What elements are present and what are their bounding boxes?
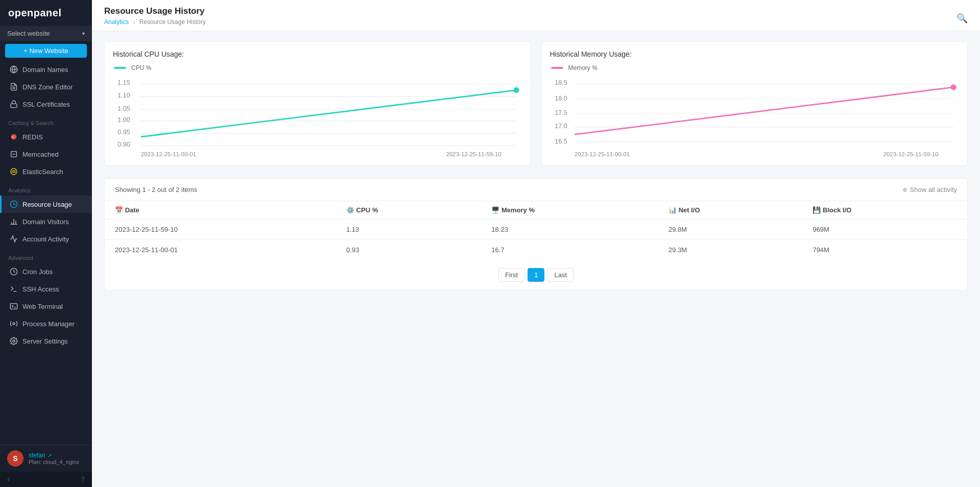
page-title: Resource Usage History [104,6,206,18]
sidebar-item-process-manager[interactable]: Process Manager [0,315,92,332]
main-content: Resource Usage History Analytics › Resou… [92,0,980,487]
show-all-activity-button[interactable]: Show all activity [903,186,957,193]
svg-point-21 [13,323,15,325]
svg-text:0.90: 0.90 [117,141,130,148]
sidebar-item-label: Cron Jobs [22,268,53,276]
sidebar-item-label: Resource Usage [22,201,72,208]
sidebar-item-web-terminal[interactable]: Web Terminal [0,298,92,315]
sidebar-item-domain-visitors[interactable]: Domain Visitors [0,213,92,230]
new-website-button[interactable]: + New Website [5,44,87,58]
username[interactable]: stefan ↗ [29,452,79,459]
breadcrumb-analytics-link[interactable]: Analytics [104,18,129,26]
sidebar-item-label: SSH Access [22,285,59,293]
file-text-icon [10,83,18,91]
svg-point-36 [513,87,519,93]
col-net-io: 📊 Net I/O [658,201,802,220]
table-header-row: 📅 Date ⚙️ CPU % 🖥️ Memory % 📊 [105,201,967,220]
search-icon[interactable]: 🔍 [957,13,968,24]
memory-legend-color [550,65,564,71]
sidebar-item-account-activity[interactable]: Account Activity [0,230,92,248]
sidebar-item-dns-zone-editor[interactable]: DNS Zone Editor [0,78,92,95]
pagination-page-1-button[interactable]: 1 [528,268,544,282]
memory-legend-label: Memory % [568,64,597,71]
calendar-icon: 📅 [115,206,125,214]
cpu-legend-color [113,65,127,71]
topbar: Resource Usage History Analytics › Resou… [92,0,980,31]
sidebar-item-ssh-access[interactable]: SSH Access [0,280,92,298]
cpu-chart-area: 1.15 1.10 1.05 1.00 0.95 0.90 [113,76,522,157]
sidebar-item-resource-usage[interactable]: Resource Usage [0,196,92,213]
breadcrumb-separator: › [133,18,135,26]
breadcrumb-current: Resource Usage History [139,18,206,26]
cell-cpu: 1.13 [336,220,481,240]
block-icon: 💾 [812,206,823,214]
svg-text:2023-12-25-11-59-10: 2023-12-25-11-59-10 [883,151,938,157]
cell-memory: 18.23 [481,220,658,240]
col-memory: 🖥️ Memory % [481,201,658,220]
svg-text:17.0: 17.0 [555,123,567,130]
table-header: Showing 1 - 2 out of 2 items Show all ac… [105,179,967,201]
sidebar-item-label: DNS Zone Editor [22,83,73,91]
sidebar-item-label: Web Terminal [22,303,63,310]
collapse-sidebar-icon[interactable]: ‹ [7,475,10,484]
svg-text:1.05: 1.05 [117,105,130,112]
svg-text:1.10: 1.10 [117,92,130,99]
svg-text:18.0: 18.0 [555,95,567,102]
resource-usage-table-section: Showing 1 - 2 out of 2 items Show all ac… [104,178,968,290]
sidebar-item-memcached[interactable]: Memcached [0,145,92,163]
sidebar-item-label: Memcached [22,151,59,158]
sidebar-item-cron-jobs[interactable]: Cron Jobs [0,263,92,280]
cpu-chart-card: Historical CPU Usage: CPU % 1.15 1.10 1.… [104,41,531,166]
pagination-first-button[interactable]: First [498,268,524,282]
svg-rect-4 [11,104,17,107]
memory-chart-area: 18.5 18.0 17.5 17.0 16.5 [550,76,960,157]
svg-text:0.95: 0.95 [117,129,130,136]
user-info: stefan ↗ Plan: cloud_4_nginx [29,452,79,465]
sidebar-item-ssl-certificates[interactable]: SSL Certificates [0,95,92,113]
svg-point-50 [950,84,956,90]
show-all-label: Show all activity [910,186,957,193]
svg-text:1.00: 1.00 [117,116,130,124]
resource-usage-table: 📅 Date ⚙️ CPU % 🖥️ Memory % 📊 [105,201,967,260]
svg-text:17.5: 17.5 [555,109,567,116]
avatar: S [7,450,23,467]
sidebar-item-label: Domain Names [22,66,68,74]
svg-text:2023-12-25-11-59-10: 2023-12-25-11-59-10 [446,151,501,157]
sidebar-item-server-settings[interactable]: Server Settings [0,332,92,350]
globe-icon [10,65,18,74]
cell-cpu: 0.93 [336,240,481,260]
sidebar-item-domain-names[interactable]: Domain Names [0,61,92,78]
chevron-down-icon: ▾ [82,31,85,36]
cell-date: 2023-12-25-11-59-10 [105,220,336,240]
clock-icon [10,267,18,276]
cell-block-io: 969M [802,220,967,240]
cell-date: 2023-12-25-11-00-01 [105,240,336,260]
pagination-last-button[interactable]: Last [547,268,573,282]
memory-chart-svg: 18.5 18.0 17.5 17.0 16.5 [550,76,960,157]
svg-text:16.5: 16.5 [555,138,567,145]
sidebar-item-label: Server Settings [22,337,68,345]
sidebar-item-label: Process Manager [22,320,75,328]
svg-text:2023-12-25-11-00-01: 2023-12-25-11-00-01 [575,151,630,157]
col-block-io: 💾 Block I/O [802,201,967,220]
cpu-legend-label: CPU % [131,64,151,71]
sidebar-item-label: SSL Certificates [22,101,70,108]
sidebar-item-redis[interactable]: R REDIS [0,128,92,145]
topbar-left: Resource Usage History Analytics › Resou… [104,6,206,31]
content-area: Historical CPU Usage: CPU % 1.15 1.10 1.… [92,31,980,301]
select-website-button[interactable]: Select website ▾ [0,26,92,41]
breadcrumb: Analytics › Resource Usage History [104,18,206,31]
sidebar-item-label: Domain Visitors [22,218,69,226]
help-icon[interactable]: ? [81,475,85,483]
plan-label: Plan: cloud_4_nginx [29,459,79,465]
showing-text: Showing 1 - 2 out of 2 items [115,186,197,193]
cell-block-io: 794M [802,240,967,260]
sidebar-item-label: Account Activity [22,235,69,243]
activity-dot [903,188,907,192]
memory-chart-card: Historical Memory Usage: Memory % 18.5 1… [541,41,968,166]
charts-row: Historical CPU Usage: CPU % 1.15 1.10 1.… [104,41,968,166]
sidebar-item-elasticsearch[interactable]: ElasticSearch [0,163,92,180]
svg-text:2023-12-25-11-00-01: 2023-12-25-11-00-01 [141,151,196,157]
redis-icon: R [10,133,18,141]
memory-icon: 🖥️ [491,206,501,214]
